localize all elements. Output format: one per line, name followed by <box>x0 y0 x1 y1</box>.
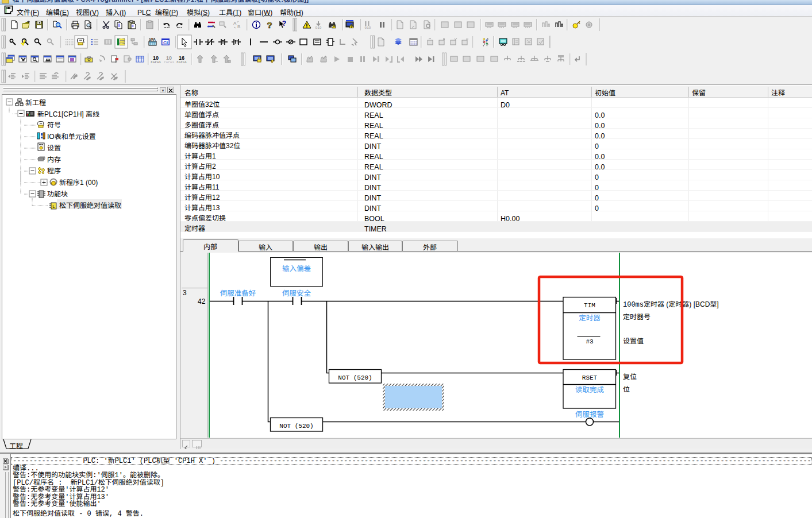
svg-text:roroi: roroi <box>151 60 161 64</box>
svg-text:读取完成: 读取完成 <box>575 384 604 395</box>
svg-text:010: 010 <box>365 26 371 30</box>
svg-text:roroi: roroi <box>176 60 187 64</box>
svg-text:010: 010 <box>315 26 322 30</box>
svg-text:复位: 复位 <box>623 371 637 381</box>
svg-text:定时器号: 定时器号 <box>623 311 651 321</box>
svg-text:位: 位 <box>623 384 630 393</box>
svg-text:3: 3 <box>183 287 187 297</box>
svg-text:?: ? <box>282 20 286 28</box>
svg-text:100ms: 100ms <box>623 301 644 309</box>
svg-text:B: B <box>237 24 240 29</box>
svg-text:伺服报警: 伺服报警 <box>575 408 604 419</box>
svg-text:输入偏差: 输入偏差 <box>282 262 311 273</box>
svg-text:#3: #3 <box>586 338 593 345</box>
svg-text:A: A <box>233 21 237 26</box>
svg-text:NOT (520): NOT (520) <box>338 374 372 381</box>
svg-text:设置值: 设置值 <box>623 335 644 345</box>
svg-text:伺服安全: 伺服安全 <box>282 287 311 298</box>
svg-text:伺服准备好: 伺服准备好 <box>220 287 256 298</box>
svg-text:roroi: roroi <box>164 60 174 64</box>
svg-text:42: 42 <box>198 296 206 306</box>
svg-text:NOT (520): NOT (520) <box>279 423 313 430</box>
svg-text:CI: CI <box>163 40 168 45</box>
svg-text:L: L <box>52 204 55 209</box>
svg-text:TIM: TIM <box>584 302 595 309</box>
svg-text:RSET: RSET <box>582 374 598 381</box>
svg-text:?: ? <box>267 20 272 30</box>
svg-text:定时器: 定时器 <box>579 312 601 323</box>
